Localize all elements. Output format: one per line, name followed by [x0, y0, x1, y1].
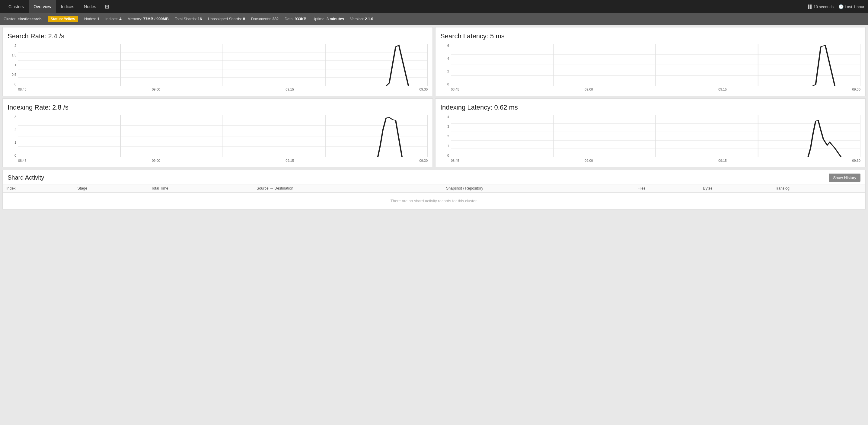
indexing-rate-panel: Indexing Rate: 2.8 /s 3 2 1 0	[2, 98, 433, 167]
indices-info: Indices: 4	[105, 17, 122, 21]
status-badge: Status: Yellow	[48, 16, 78, 22]
cluster-name: elasticsearch	[18, 17, 42, 21]
shard-activity-title: Shard Activity	[7, 174, 44, 181]
x-label: 09:15	[285, 88, 294, 91]
pause-icon	[808, 4, 812, 9]
shard-activity-header: Shard Activity Show History	[3, 170, 865, 184]
col-stage: Stage	[74, 184, 147, 192]
cluster-status-bar: Cluster: elasticsearch Status: Yellow No…	[0, 13, 868, 25]
col-translog: Translog	[771, 184, 865, 192]
nodes-info: Nodes: 1	[84, 17, 99, 21]
shard-table-body: There are no shard activity records for …	[3, 192, 865, 210]
nav-grid-icon[interactable]: ⊞	[101, 3, 113, 10]
indexing-latency-title: Indexing Latency: 0.62 ms	[440, 103, 861, 111]
time-range-control[interactable]: 🕐 Last 1 hour	[838, 4, 864, 9]
top-navigation: Clusters Overview Indices Nodes ⊞ 10 sec…	[0, 0, 868, 13]
x-label: 08:45	[451, 159, 459, 162]
search-latency-title: Search Latency: 5 ms	[440, 32, 861, 40]
x-label: 09:00	[585, 88, 593, 91]
documents-info: Documents: 282	[251, 17, 279, 21]
y-label: 4	[447, 57, 449, 60]
refresh-interval[interactable]: 10 seconds	[813, 4, 834, 9]
col-files: Files	[634, 184, 699, 192]
y-label: 1	[14, 141, 16, 144]
nav-indices[interactable]: Indices	[56, 0, 79, 13]
search-rate-chart	[18, 44, 428, 86]
x-label: 09:15	[285, 159, 294, 162]
col-index: Index	[3, 184, 74, 192]
y-label: 1.5	[12, 54, 16, 57]
pause-control[interactable]: 10 seconds	[808, 4, 834, 9]
show-history-button[interactable]: Show History	[829, 174, 861, 182]
search-rate-title: Search Rate: 2.4 /s	[7, 32, 428, 40]
shard-table-header: Index Stage Total Time Source → Destinat…	[3, 184, 865, 192]
y-label: 2	[14, 44, 16, 48]
x-label: 09:15	[718, 159, 727, 162]
col-total-time: Total Time	[148, 184, 253, 192]
indexing-rate-title: Indexing Rate: 2.8 /s	[7, 103, 428, 111]
x-label: 09:30	[419, 88, 428, 91]
version-info: Version: 2.1.0	[350, 17, 373, 21]
x-label: 09:30	[852, 159, 861, 162]
y-label: 4	[447, 115, 449, 119]
total-shards-info: Total Shards: 16	[175, 17, 202, 21]
x-label: 09:30	[419, 159, 428, 162]
x-label: 08:45	[18, 88, 27, 91]
y-label: 6	[447, 44, 449, 48]
y-label: 0	[447, 154, 449, 157]
nav-nodes[interactable]: Nodes	[79, 0, 101, 13]
x-label: 09:00	[152, 88, 160, 91]
x-label: 09:00	[585, 159, 593, 162]
time-range-label: Last 1 hour	[845, 4, 864, 9]
cluster-label: Cluster: elasticsearch	[4, 17, 42, 21]
x-label: 09:00	[152, 159, 160, 162]
clock-icon: 🕐	[838, 4, 843, 9]
uptime-info: Uptime: 3 minutes	[312, 17, 344, 21]
indexing-rate-chart	[18, 115, 428, 157]
search-latency-chart	[451, 44, 861, 86]
indexing-latency-panel: Indexing Latency: 0.62 ms 4 3 2 1 0	[435, 98, 866, 167]
y-label: 3	[447, 125, 449, 128]
x-label: 09:15	[718, 88, 727, 91]
y-label: 0.5	[12, 73, 16, 77]
search-rate-panel: Search Rate: 2.4 /s 2 1.5 1 0.5 0	[2, 27, 433, 96]
x-label: 08:45	[451, 88, 459, 91]
x-label: 09:30	[852, 88, 861, 91]
unassigned-shards-info: Unassigned Shards: 8	[208, 17, 245, 21]
memory-info: Memory: 77MB / 990MB	[128, 17, 169, 21]
shard-empty-row: There are no shard activity records for …	[3, 192, 865, 210]
nav-overview[interactable]: Overview	[29, 0, 56, 13]
y-label: 1	[447, 144, 449, 148]
x-label: 08:45	[18, 159, 27, 162]
y-label: 0	[447, 82, 449, 86]
shard-empty-message: There are no shard activity records for …	[3, 192, 865, 210]
search-latency-panel: Search Latency: 5 ms 6 4 2 0	[435, 27, 866, 96]
shard-activity-panel: Shard Activity Show History Index Stage …	[2, 170, 866, 210]
nav-clusters[interactable]: Clusters	[4, 0, 29, 13]
col-source-dest: Source → Destination	[253, 184, 442, 192]
data-info: Data: 933KB	[285, 17, 306, 21]
main-content: Search Rate: 2.4 /s 2 1.5 1 0.5 0	[0, 25, 868, 212]
shard-activity-table: Index Stage Total Time Source → Destinat…	[3, 184, 865, 209]
y-label: 2	[447, 69, 449, 73]
col-bytes: Bytes	[699, 184, 771, 192]
y-label: 3	[14, 115, 16, 119]
y-label: 2	[447, 134, 449, 138]
y-label: 1	[14, 63, 16, 67]
col-snapshot: Snapshot / Repository	[442, 184, 634, 192]
y-label: 0	[14, 82, 16, 86]
y-label: 2	[14, 128, 16, 131]
y-label: 0	[14, 154, 16, 157]
charts-grid: Search Rate: 2.4 /s 2 1.5 1 0.5 0	[2, 27, 866, 167]
indexing-latency-chart	[451, 115, 861, 157]
nav-right-controls: 10 seconds 🕐 Last 1 hour	[808, 4, 864, 9]
